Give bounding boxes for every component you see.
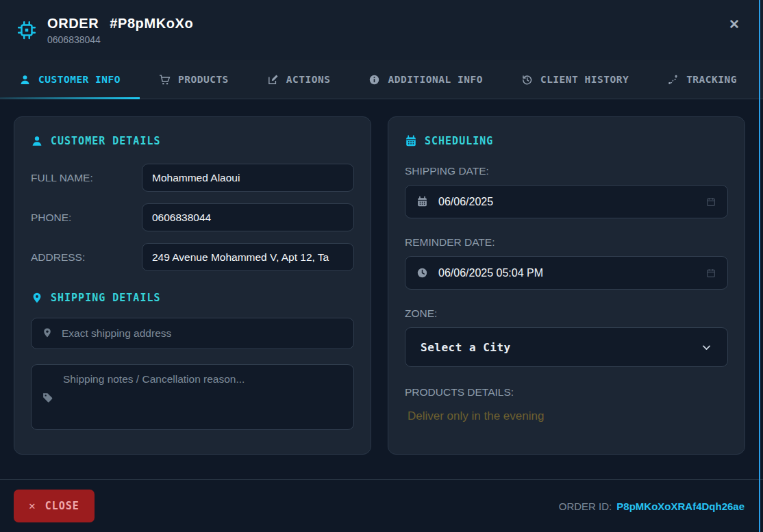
- tab-customer-info[interactable]: CUSTOMER INFO: [0, 60, 140, 99]
- customer-details-panel: CUSTOMER DETAILS FULL NAME: PHONE: ADDRE…: [14, 116, 371, 455]
- section-title: CUSTOMER DETAILS: [51, 135, 161, 147]
- section-title: SCHEDULING: [425, 135, 493, 147]
- chevron-down-icon: [701, 342, 712, 353]
- order-title: ORDER: [47, 16, 99, 31]
- edit-icon: [267, 74, 279, 86]
- exact-shipping-address-input[interactable]: [31, 318, 354, 349]
- tab-tracking[interactable]: TRACKING: [648, 60, 756, 99]
- date-picker-icon[interactable]: [705, 197, 716, 207]
- shipping-details-header: SHIPPING DETAILS: [31, 292, 354, 304]
- person-icon: [19, 74, 31, 86]
- address-label: ADDRESS:: [31, 251, 142, 264]
- exact-address-field: [31, 318, 354, 349]
- route-icon: [667, 74, 679, 86]
- info-icon: [368, 74, 380, 86]
- full-name-input[interactable]: [142, 164, 354, 192]
- calendar-icon: [405, 135, 417, 147]
- header-text: ORDER #P8pMKoXo 0606838044: [47, 16, 193, 45]
- tab-additional-info[interactable]: ADDITIONAL INFO: [349, 60, 501, 99]
- modal-close-button[interactable]: ✕: [729, 18, 740, 31]
- location-pin-icon: [31, 292, 43, 304]
- modal-footer: ✕ CLOSE ORDER ID:P8pMKoXoXRAf4Dqh26ae: [0, 479, 763, 532]
- close-icon: ✕: [729, 17, 740, 31]
- tab-bar: CUSTOMER INFO PRODUCTS ACTIONS: [0, 60, 763, 99]
- shipping-date-label: SHIPPING DATE:: [405, 165, 728, 177]
- reminder-date-label: REMINDER DATE:: [405, 236, 728, 249]
- full-name-row: FULL NAME:: [31, 164, 354, 192]
- tab-label: CUSTOMER INFO: [38, 74, 121, 85]
- cart-icon: [159, 74, 171, 86]
- phone-label: PHONE:: [31, 212, 142, 224]
- address-row: ADDRESS:: [31, 243, 354, 271]
- tab-actions[interactable]: ACTIONS: [248, 60, 350, 99]
- tab-client-history[interactable]: CLIENT HISTORY: [502, 60, 648, 99]
- date-picker-icon[interactable]: [705, 268, 716, 279]
- tab-label: PRODUCTS: [178, 74, 229, 85]
- customer-details-header: CUSTOMER DETAILS: [31, 135, 354, 147]
- tab-label: ADDITIONAL INFO: [388, 74, 482, 85]
- tab-label: ACTIONS: [286, 74, 331, 85]
- order-modal-header: ORDER #P8pMKoXo 0606838044 ✕: [0, 0, 763, 60]
- phone-row: PHONE:: [31, 203, 354, 231]
- order-ref: #P8pMKoXo: [110, 16, 193, 31]
- chip-icon: [16, 20, 37, 40]
- order-phone-subtitle: 0606838044: [47, 34, 193, 45]
- zone-selected-value: Select a City: [421, 341, 511, 354]
- scrollbar[interactable]: [759, 0, 760, 532]
- tag-icon: [42, 392, 53, 403]
- address-input[interactable]: [142, 243, 354, 271]
- history-icon: [521, 74, 533, 86]
- tab-label: CLIENT HISTORY: [540, 74, 629, 85]
- tab-products[interactable]: PRODUCTS: [140, 60, 248, 99]
- tab-label: TRACKING: [686, 74, 737, 85]
- products-details-note: Deliver only in the evening: [405, 409, 728, 423]
- close-icon: ✕: [29, 501, 36, 511]
- person-icon: [31, 135, 43, 147]
- shipping-date-value: 06/06/2025: [438, 196, 695, 208]
- clock-icon: [416, 267, 428, 279]
- shipping-date-input[interactable]: 06/06/2025: [405, 185, 728, 218]
- main-content: CUSTOMER DETAILS FULL NAME: PHONE: ADDRE…: [0, 99, 763, 455]
- order-id: ORDER ID:P8pMKoXoXRAf4Dqh26ae: [559, 501, 745, 512]
- zone-select[interactable]: Select a City: [405, 327, 728, 367]
- products-details-label: PRODUCTS DETAILS:: [405, 386, 728, 398]
- close-button-label: CLOSE: [45, 500, 79, 512]
- zone-label: ZONE:: [405, 307, 728, 320]
- location-pin-icon: [42, 327, 53, 338]
- reminder-date-input[interactable]: 06/06/2025 05:04 PM: [405, 256, 728, 290]
- scheduling-panel: SCHEDULING SHIPPING DATE: 06/06/2025: [388, 116, 745, 455]
- calendar-icon: [416, 196, 428, 207]
- shipping-notes-field: [31, 364, 354, 433]
- full-name-label: FULL NAME:: [31, 172, 142, 184]
- reminder-date-value: 06/06/2025 05:04 PM: [438, 267, 695, 279]
- order-id-label: ORDER ID:: [559, 501, 612, 512]
- page-title: ORDER #P8pMKoXo: [47, 16, 193, 31]
- scheduling-header: SCHEDULING: [405, 135, 728, 147]
- close-button[interactable]: ✕ CLOSE: [14, 490, 95, 522]
- section-title: SHIPPING DETAILS: [51, 292, 161, 304]
- phone-input[interactable]: [142, 203, 354, 231]
- shipping-notes-textarea[interactable]: [31, 364, 354, 430]
- order-id-value: P8pMKoXoXRAf4Dqh26ae: [616, 501, 745, 512]
